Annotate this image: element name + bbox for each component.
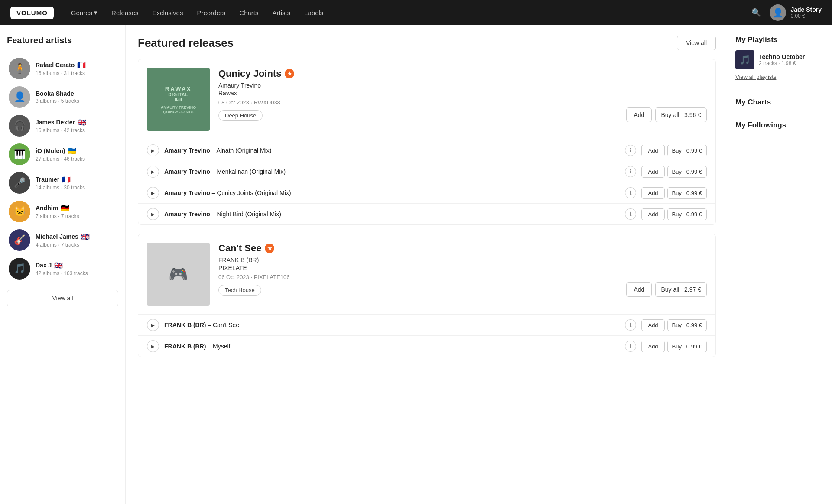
artist-meta: 27 albums · 46 tracks — [36, 156, 85, 162]
add-track-button[interactable]: Add — [641, 319, 664, 331]
play-button[interactable]: ▶ — [147, 144, 159, 156]
artist-meta: 42 albums · 163 tracks — [36, 270, 88, 276]
artist-meta: 3 albums · 5 tracks — [36, 98, 79, 104]
buy-all-button[interactable]: Buy all 2.97 € — [655, 282, 707, 297]
artist-item[interactable]: 🎹 iO (Mulen) 🇺🇦 27 albums · 46 tracks — [7, 140, 118, 169]
info-button[interactable]: ℹ — [625, 187, 636, 198]
genre-tag[interactable]: Deep House — [218, 110, 263, 121]
featured-star-icon: ★ — [285, 69, 294, 78]
flag-icon: 🇬🇧 — [81, 233, 90, 241]
my-charts-title[interactable]: My Charts — [735, 98, 825, 107]
artist-meta: 4 albums · 7 tracks — [36, 242, 90, 248]
nav-genres[interactable]: Genres ▾ — [71, 9, 98, 16]
release-label-name: PIXELATE — [218, 264, 618, 271]
release-artist: FRANK B (BR) — [218, 257, 618, 263]
add-track-button[interactable]: Add — [641, 166, 664, 178]
divider-2 — [735, 114, 825, 114]
search-button[interactable]: 🔍 — [751, 8, 761, 17]
release-title: Can't See ★ — [218, 243, 618, 254]
genre-tag[interactable]: Tech House — [218, 285, 261, 296]
play-button[interactable]: ▶ — [147, 208, 159, 220]
nav-exclusives[interactable]: Exclusives — [153, 9, 183, 16]
artist-avatar: 🎤 — [9, 172, 30, 194]
artist-avatar: 🎸 — [9, 229, 30, 251]
my-followings-title[interactable]: My Followings — [735, 121, 825, 130]
artist-meta: 16 albums · 42 tracks — [36, 127, 86, 133]
release-header: RAWAX DIGITAL 838 AMAURY TREVINO QUINCY … — [138, 59, 715, 140]
user-profile[interactable]: 👤 Jade Story 0.00 € — [770, 4, 822, 21]
artist-item[interactable]: 🎸 Michael James 🇬🇧 4 albums · 7 tracks — [7, 226, 118, 254]
add-track-button[interactable]: Add — [641, 187, 664, 199]
user-balance: 0.00 € — [790, 13, 822, 19]
track-row: ▶ Amaury Trevino – Qunicy Joints (Origin… — [138, 182, 715, 203]
artist-avatar: 🐱 — [9, 201, 30, 222]
artist-item[interactable]: 🎧 James Dexter 🇬🇧 16 albums · 42 tracks — [7, 111, 118, 140]
artist-item[interactable]: 🧍 Rafael Cerato 🇫🇷 16 albums · 31 tracks — [7, 54, 118, 83]
buy-track-button[interactable]: Buy 0.99 € — [667, 341, 707, 352]
track-name: Amaury Trevino – Alnath (Original Mix) — [164, 147, 620, 154]
info-button[interactable]: ℹ — [625, 208, 636, 220]
buy-track-button[interactable]: Buy 0.99 € — [667, 187, 707, 199]
nav-charts[interactable]: Charts — [239, 9, 258, 16]
track-row: ▶ Amaury Trevino – Menkalinan (Original … — [138, 161, 715, 182]
track-actions: Add Buy 0.99 € — [641, 319, 707, 331]
buy-all-button[interactable]: Buy all 3.96 € — [655, 107, 707, 122]
nav-artists[interactable]: Artists — [273, 9, 291, 16]
view-all-artists-button[interactable]: View all — [7, 290, 118, 306]
track-name: Amaury Trevino – Night Bird (Original Mi… — [164, 211, 620, 218]
artist-name: Rafael Cerato 🇫🇷 — [36, 61, 86, 69]
play-button[interactable]: ▶ — [147, 187, 159, 199]
release-actions: Add Buy all 3.96 € — [626, 107, 707, 131]
playlist-name: Techno October — [759, 53, 805, 60]
artist-avatar: 🧍 — [9, 58, 30, 79]
chevron-down-icon: ▾ — [94, 9, 98, 16]
artist-item[interactable]: 👤 Booka Shade 3 albums · 5 tracks — [7, 83, 118, 111]
info-button[interactable]: ℹ — [625, 145, 636, 156]
play-button[interactable]: ▶ — [147, 166, 159, 178]
artist-item[interactable]: 🎵 Dax J 🇬🇧 42 albums · 163 tracks — [7, 254, 118, 283]
track-row: ▶ Amaury Trevino – Night Bird (Original … — [138, 203, 715, 224]
play-button[interactable]: ▶ — [147, 319, 159, 331]
release-artist: Amaury Trevino — [218, 82, 618, 89]
buy-track-button[interactable]: Buy 0.99 € — [667, 319, 707, 331]
featured-releases-title: Featured releases — [138, 36, 234, 50]
sidebar-right: My Playlists 🎵 Techno October 2 tracks ·… — [728, 25, 832, 504]
track-name: FRANK B (BR) – Can't See — [164, 322, 620, 328]
logo[interactable]: VOLUMO — [10, 7, 54, 19]
nav-releases[interactable]: Releases — [111, 9, 139, 16]
release-date: 06 Oct 2023 · PIXELATE106 — [218, 274, 618, 280]
track-actions: Add Buy 0.99 € — [641, 208, 707, 220]
track-row: ▶ FRANK B (BR) – Myself ℹ Add Buy 0.99 € — [138, 335, 715, 357]
view-all-releases-button[interactable]: View all — [677, 36, 716, 50]
sidebar-left: Featured artists 🧍 Rafael Cerato 🇫🇷 16 a… — [0, 25, 126, 504]
play-button[interactable]: ▶ — [147, 340, 159, 352]
nav-preorders[interactable]: Preorders — [197, 9, 225, 16]
artist-item[interactable]: 🎤 Traumer 🇫🇷 14 albums · 30 tracks — [7, 169, 118, 197]
info-button[interactable]: ℹ — [625, 341, 636, 352]
release-title: Qunicy Joints ★ — [218, 68, 618, 79]
add-track-button[interactable]: Add — [641, 145, 664, 156]
flag-icon: 🇫🇷 — [62, 176, 71, 184]
username: Jade Story — [790, 6, 822, 13]
buy-track-button[interactable]: Buy 0.99 € — [667, 208, 707, 220]
playlist-item[interactable]: 🎵 Techno October 2 tracks · 1.98 € — [735, 50, 825, 69]
artist-item[interactable]: 🐱 Andhim 🇩🇪 7 albums · 7 tracks — [7, 197, 118, 226]
playlist-meta: 2 tracks · 1.98 € — [759, 60, 805, 66]
releases-section-header: Featured releases View all — [138, 36, 716, 50]
artist-meta: 16 albums · 31 tracks — [36, 70, 86, 76]
info-button[interactable]: ℹ — [625, 166, 636, 177]
nav-labels[interactable]: Labels — [304, 9, 323, 16]
add-track-button[interactable]: Add — [641, 341, 664, 352]
add-release-button[interactable]: Add — [626, 107, 652, 122]
buy-track-button[interactable]: Buy 0.99 € — [667, 166, 707, 178]
release-cover: 🎮 — [147, 243, 210, 306]
add-track-button[interactable]: Add — [641, 208, 664, 220]
add-release-button[interactable]: Add — [626, 282, 652, 297]
artist-meta: 14 albums · 30 tracks — [36, 185, 85, 191]
track-row: ▶ Amaury Trevino – Alnath (Original Mix)… — [138, 140, 715, 161]
buy-track-button[interactable]: Buy 0.99 € — [667, 145, 707, 156]
info-button[interactable]: ℹ — [625, 319, 636, 331]
nav-links: Genres ▾ Releases Exclusives Preorders C… — [71, 9, 752, 16]
release-cover: RAWAX DIGITAL 838 AMAURY TREVINO QUINCY … — [147, 68, 210, 131]
view-all-playlists-link[interactable]: View all playlists — [735, 74, 825, 80]
